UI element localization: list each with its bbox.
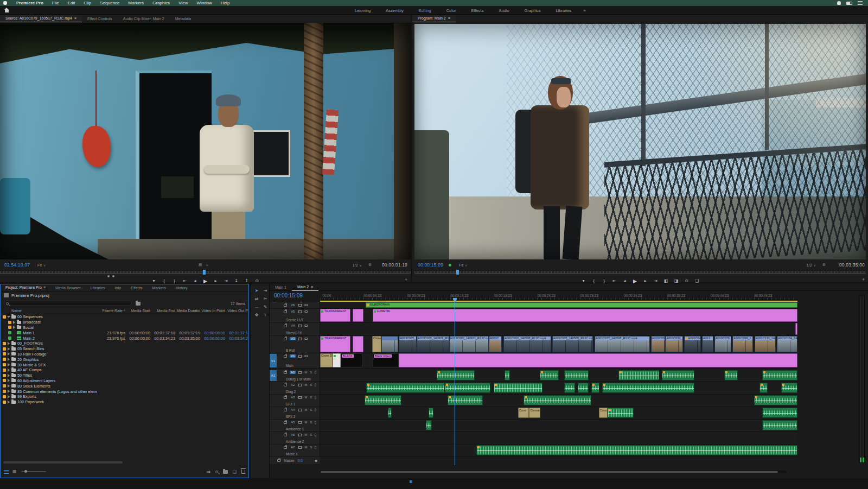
clip-a010c036-[interactable]: A010C036_ (665, 336, 683, 352)
audio-clip[interactable] (578, 383, 589, 393)
label-swatch[interactable] (8, 321, 11, 324)
audio-clip[interactable] (445, 383, 490, 393)
zoom-slider[interactable] (21, 471, 46, 472)
tab-project-premiere-pro[interactable]: Project: Premiere Pro≡ (1, 284, 50, 291)
label-swatch[interactable] (3, 390, 6, 393)
table-row[interactable]: 85 Common elements (Logos and other elem… (1, 389, 248, 394)
play-button[interactable]: ▶ (203, 278, 208, 284)
mic-icon[interactable] (315, 434, 316, 436)
audio-clip[interactable] (602, 383, 694, 393)
program-timecode[interactable]: 00:00:15:09 (418, 262, 443, 268)
track-target-a1[interactable]: A1 (290, 371, 296, 374)
track-output-eye-icon[interactable] (304, 304, 308, 306)
disclosure-icon[interactable] (8, 369, 10, 372)
source-playhead[interactable] (203, 270, 206, 275)
column-header-media-duratio[interactable]: Media Duratio (175, 309, 200, 313)
program-settings-wrench-icon[interactable]: ⚙ (822, 263, 826, 267)
audio-clip[interactable]: Constant (599, 408, 608, 418)
type-tool[interactable]: T (261, 313, 269, 317)
program-fit-dropdown[interactable]: Fit∨ (459, 263, 467, 267)
track-target-a3[interactable]: A3 (290, 396, 296, 399)
clip-a013c005-140921-r1jc-mp4[interactable]: A013C005_140921_R1JC.mp4 (417, 336, 449, 352)
track-lock-icon[interactable] (284, 446, 287, 449)
track-select-forward-tool[interactable]: ⇥ (261, 288, 269, 293)
source-settings-wrench-icon[interactable]: ⚙ (368, 263, 372, 267)
audio-clip[interactable] (618, 370, 659, 380)
track-header-a7[interactable]: A7MSMusic 1 (270, 444, 320, 457)
mute-icon[interactable]: M (304, 433, 307, 436)
workspace-tab-graphics[interactable]: Graphics (517, 8, 548, 13)
disclosure-icon[interactable] (8, 379, 10, 382)
sync-lock-icon[interactable] (298, 409, 302, 411)
disclosure-icon[interactable] (8, 401, 10, 404)
track-lane[interactable]: ConstConstantConstant (320, 407, 797, 420)
hand-tool[interactable]: ✥ (253, 313, 260, 317)
tab-effects[interactable]: Effects (126, 284, 147, 291)
clip-lumetri[interactable]: LUMETRI (373, 309, 797, 322)
track-label[interactable]: Ambience 2 (286, 440, 304, 443)
export-frame-button[interactable]: ⊙ (684, 278, 690, 283)
mark-in-button[interactable]: { (591, 278, 597, 283)
workspace-tab-color[interactable]: Color (439, 8, 464, 13)
tab-history[interactable]: History (171, 284, 193, 291)
overwrite-button[interactable]: ↥ (244, 278, 250, 283)
comparison-view-button[interactable]: ❏ (694, 278, 700, 283)
go-to-in-button[interactable]: ⇤ (612, 278, 617, 283)
disclosure-icon[interactable] (8, 358, 10, 361)
solo-icon[interactable]: S (310, 446, 312, 449)
disclosure-icon[interactable] (8, 374, 10, 377)
track-label[interactable]: Diag 2 (286, 390, 296, 393)
track-target-v4[interactable]: V4 (290, 324, 296, 327)
audio-clip[interactable] (662, 370, 694, 380)
menu-item-view[interactable]: View (174, 1, 192, 5)
clip[interactable] (399, 353, 797, 367)
track-output-eye-icon[interactable] (304, 355, 308, 357)
solo-icon[interactable]: S (310, 408, 312, 411)
add-marker-button[interactable]: ▾ (581, 278, 586, 283)
clip-a010c03[interactable]: A010C03 (651, 336, 665, 352)
audio-clip[interactable]: Constant (529, 408, 540, 418)
track-lane[interactable]: TRANSPARENTLUMETRI (320, 309, 797, 323)
track-label[interactable]: SFX 1 (286, 402, 296, 406)
workspace-tab-audio[interactable]: Audio (491, 8, 516, 13)
label-swatch[interactable] (3, 395, 6, 398)
track-lock-icon[interactable] (284, 384, 287, 386)
keyframe-toggle-icon[interactable]: ◆ (315, 459, 317, 463)
track-lock-icon[interactable] (277, 459, 280, 462)
clip-silbergrain[interactable]: SILBERGRAIN (366, 302, 797, 308)
audio-clip[interactable] (781, 383, 797, 393)
track-target-a6[interactable]: A6 (290, 433, 296, 436)
track-target-a2[interactable]: A2 (290, 383, 296, 386)
mark-out-button[interactable]: } (172, 278, 177, 283)
track-label[interactable]: Scenic LUT (286, 318, 304, 322)
table-row[interactable]: 20 Graphics (1, 357, 248, 362)
track-header-v6[interactable]: V6 (270, 302, 320, 309)
clip-cross-dis[interactable]: Cross Dis (320, 353, 333, 367)
track-lane[interactable] (320, 432, 797, 444)
tab-program[interactable]: Program: Main 2≡ (412, 15, 456, 22)
solo-icon[interactable]: S (310, 383, 312, 386)
clip-a013[interactable]: A013 (702, 336, 713, 352)
search-input[interactable] (4, 301, 131, 306)
audio-clip[interactable] (762, 370, 797, 380)
solo-icon[interactable]: S (310, 421, 312, 424)
track-output-eye-icon[interactable] (304, 338, 308, 340)
table-row[interactable]: Broadcast (1, 320, 248, 325)
table-row[interactable]: 30 Music & SFX (1, 362, 248, 367)
clip[interactable] (353, 336, 363, 352)
clip-a001c134-140508[interactable]: A001C134_140508 (777, 336, 797, 352)
program-video-frame[interactable] (414, 24, 866, 259)
master-volume-value[interactable]: 0.0 (298, 459, 303, 462)
table-row[interactable]: 99 Exports (1, 394, 248, 399)
table-row[interactable]: 80 Stock Elements (1, 383, 248, 389)
track-lock-icon[interactable] (284, 304, 287, 307)
workspace-tab-libraries[interactable]: Libraries (548, 8, 579, 13)
find-icon[interactable] (215, 471, 218, 473)
clip-a010c079[interactable]: A010C079 (714, 336, 731, 352)
track-output-eye-icon[interactable] (304, 310, 308, 313)
label-swatch[interactable] (8, 331, 11, 334)
audio-clip[interactable] (762, 408, 797, 418)
workspace-tab-editing[interactable]: Editing (411, 8, 439, 13)
clip-a013c005-140921-r1jc[interactable]: A013C005_140921_R1JC (399, 336, 417, 352)
solo-icon[interactable]: S (310, 371, 312, 374)
